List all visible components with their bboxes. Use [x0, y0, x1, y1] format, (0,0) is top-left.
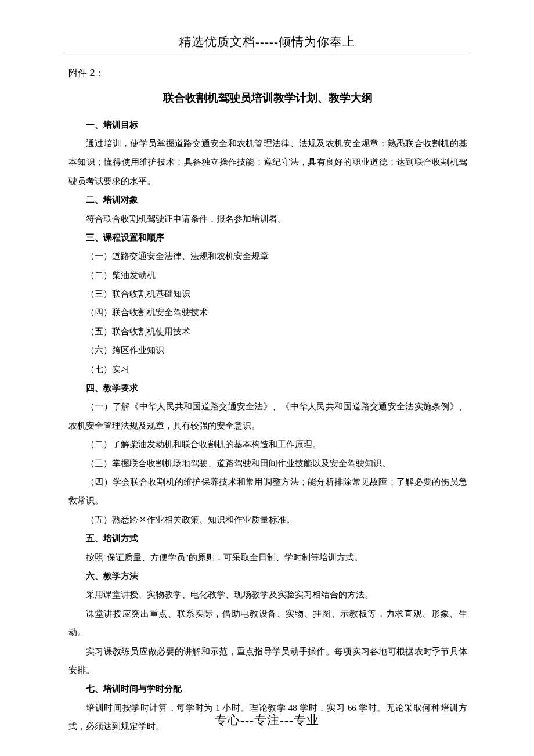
- section-6-para-3: 实习课教练员应做必要的讲解和示范，重点指导学员动手操作。每项实习各地可根据农时季…: [68, 642, 467, 680]
- section-spacer: [68, 736, 467, 754]
- page-header: 精选优质文档-----倾情为你奉上: [0, 0, 534, 55]
- section-4-para-3: （三）掌握联合收割机场地驾驶、道路驾驶和田间作业技能以及安全驾驶知识。: [68, 454, 467, 473]
- section-1-heading: 一、培训目标: [68, 116, 467, 134]
- section-4-para-4: （四）学会联合收割机的维护保养技术和常用调整方法；能分析排除常见故障；了解必要的…: [68, 473, 467, 510]
- section-3-heading: 三、课程设置和顺序: [68, 228, 467, 247]
- section-4-para-2: （二）了解柴油发动机和联合收割机的基本构造和工作原理。: [68, 435, 467, 453]
- section-7-heading: 七、培训时间与学时分配: [68, 679, 467, 698]
- section-3-item-5: （五）联合收割机使用技术: [68, 322, 467, 341]
- section-3-item-2: （二）柴油发动机: [68, 266, 467, 285]
- section-5-heading: 五、培训方式: [68, 529, 467, 548]
- section-2-para: 符合联合收割机驾驶证申请条件，报名参加培训者。: [68, 210, 467, 228]
- section-6-para-2: 课堂讲授应突出重点、联系实际，借助电教设备、实物、挂图、示教板等，力求直观、形象…: [68, 604, 467, 642]
- document-title: 联合收割机驾驶员培训教学计划、教学大纲: [68, 86, 467, 110]
- section-6-heading: 六、教学方法: [68, 567, 467, 585]
- section-3-item-6: （六）跨区作业知识: [68, 341, 467, 359]
- section-2-heading: 二、培训对象: [68, 190, 467, 209]
- section-1-para: 通过培训，使学员掌握道路交通安全和农机管理法律、法规及农机安全规章；熟悉联合收割…: [68, 134, 467, 190]
- document-body: 附件 2： 联合收割机驾驶员培训教学计划、教学大纲 一、培训目标 通过培训，使学…: [0, 55, 534, 756]
- section-3-item-4: （四）联合收割机安全驾驶技术: [68, 303, 467, 322]
- section-3-item-3: （三）联合收割机基础知识: [68, 285, 467, 303]
- section-6-para-1: 采用课堂讲授、实物教学、电化教学、现场教学及实验实习相结合的方法。: [68, 585, 467, 604]
- section-4-para-5: （五）熟悉跨区作业相关政策、知识和作业质量标准。: [68, 510, 467, 529]
- section-4-heading: 四、教学要求: [68, 379, 467, 397]
- section-4-para-1: （一）了解《中华人民共和国道路交通安全法》、《中华人民共和国道路交通安全法实施条…: [68, 397, 467, 435]
- page-footer: 专心---专注---专业: [0, 712, 534, 728]
- section-3-item-1: （一）道路交通安全法律、法规和农机安全规章: [68, 247, 467, 265]
- section-5-para: 按照"保证质量、方便学员"的原则，可采取全日制、学时制等培训方式。: [68, 548, 467, 567]
- attachment-label: 附件 2：: [68, 63, 467, 84]
- section-3-item-7: （七）实习: [68, 360, 467, 379]
